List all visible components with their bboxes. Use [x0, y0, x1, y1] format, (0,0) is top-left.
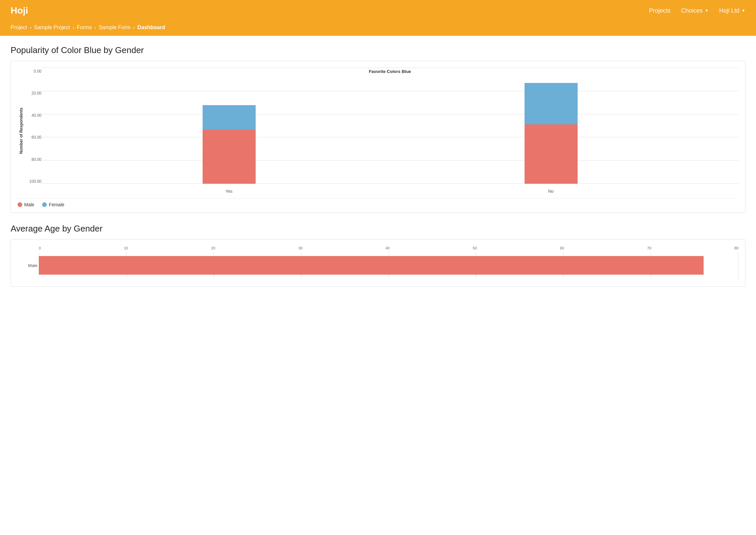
chart2-x2: 20: [211, 246, 215, 250]
legend-male-label: Male: [24, 202, 34, 207]
chart2-x7: 70: [647, 246, 651, 250]
bar-yes-female: [203, 105, 256, 130]
y-label-2: 60.00: [31, 135, 41, 140]
breadcrumb-sep-1: ›: [30, 25, 31, 30]
bar-no: [525, 83, 578, 184]
chart1-y-axis-title: Number of Respondents: [19, 107, 24, 154]
chart2-x6: 60: [560, 246, 564, 250]
chart2-x8: 80: [734, 246, 738, 250]
chart2-x-axis-top: 0 10 20 30 40 50 60 70 80: [18, 246, 738, 250]
nav-hoji-ltd[interactable]: Hoji Ltd ▼: [719, 7, 745, 14]
y-label-1: 80.00: [31, 157, 41, 162]
breadcrumb-project[interactable]: Project: [11, 25, 27, 31]
y-label-4: 20.00: [31, 91, 41, 96]
breadcrumb-forms[interactable]: Forms: [77, 25, 92, 31]
legend-female-label: Female: [49, 202, 64, 207]
x-label-no: No: [525, 189, 578, 194]
chart1-legend: Male Female: [18, 198, 738, 207]
breadcrumb: Project › Sample Project › Forms › Sampl…: [0, 21, 756, 36]
breadcrumb-sep-4: ›: [133, 25, 135, 30]
legend-female: Female: [42, 202, 64, 207]
chart2-container: 0 10 20 30 40 50 60 70 80 Male: [11, 239, 745, 287]
bar-yes-male: [203, 130, 256, 184]
chart2-title: Average Age by Gender: [11, 224, 745, 234]
y-label-3: 40.00: [31, 113, 41, 118]
chart2-male-label: Male: [18, 263, 37, 268]
chart2-male-bar: [39, 256, 704, 275]
chart1-y-axis: 100.00 80.00 60.00 40.00 20.00 0.00: [25, 68, 41, 194]
hoji-ltd-dropdown-arrow: ▼: [741, 8, 745, 13]
chart1-bars: [41, 68, 738, 184]
breadcrumb-sep-3: ›: [94, 25, 96, 30]
x-label-yes: Yes: [203, 189, 256, 194]
chart2-bar-row: Male: [18, 252, 738, 279]
chart2-x5: 50: [473, 246, 477, 250]
main-content: Popularity of Color Blue by Gender Numbe…: [0, 36, 756, 307]
y-label-0: 100.00: [29, 179, 41, 184]
choices-dropdown-arrow: ▼: [705, 8, 709, 13]
legend-male-dot: [18, 202, 22, 207]
chart2-x1: 10: [124, 246, 128, 250]
header-nav: Projects Choices ▼ Hoji Ltd ▼: [649, 7, 745, 14]
breadcrumb-dashboard: Dashboard: [137, 25, 165, 31]
chart1-title: Popularity of Color Blue by Gender: [11, 45, 745, 55]
chart1-container: Number of Respondents 100.00 80.00 60.00…: [11, 61, 745, 213]
chart2-x3: 30: [298, 246, 302, 250]
breadcrumb-sample-project[interactable]: Sample Project: [34, 25, 70, 31]
bar-yes: [203, 105, 256, 184]
app-logo: Hoji: [11, 5, 28, 16]
chart1-plot: Yes No Favorite Colors Blue: [41, 68, 738, 194]
app-header: Hoji Projects Choices ▼ Hoji Ltd ▼: [0, 0, 756, 21]
chart2-x0: 0: [39, 246, 41, 250]
chart2-x4: 40: [386, 246, 390, 250]
breadcrumb-sep-2: ›: [73, 25, 74, 30]
y-label-5: 0.00: [34, 69, 41, 74]
legend-male: Male: [18, 202, 34, 207]
nav-projects[interactable]: Projects: [649, 7, 670, 14]
chart1-x-labels: Yes No: [41, 189, 738, 194]
breadcrumb-sample-form[interactable]: Sample Form: [99, 25, 131, 31]
legend-female-dot: [42, 202, 47, 207]
nav-choices[interactable]: Choices ▼: [681, 7, 709, 14]
bar-no-male: [525, 124, 578, 184]
chart1-area: Number of Respondents 100.00 80.00 60.00…: [18, 68, 738, 194]
chart2-grid-8: [738, 252, 738, 279]
bar-no-female: [525, 83, 578, 124]
